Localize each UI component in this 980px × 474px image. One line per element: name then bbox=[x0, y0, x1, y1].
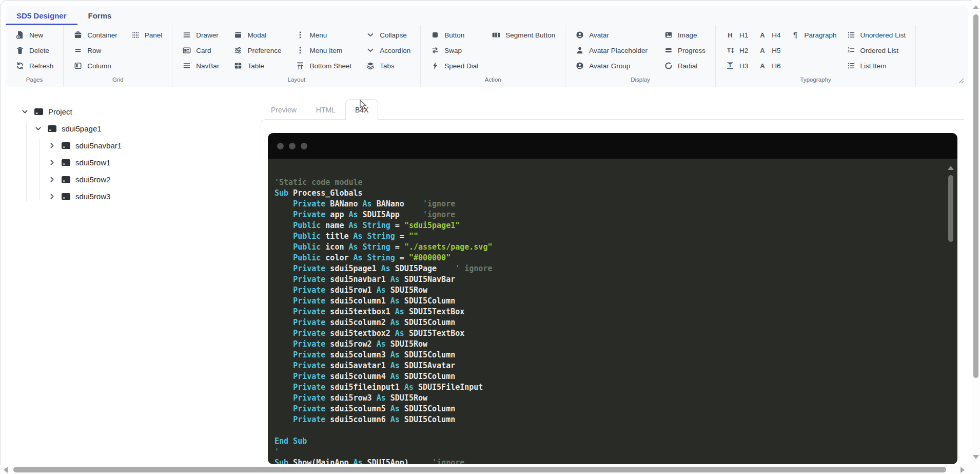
toolbar-button-container[interactable]: Container bbox=[72, 28, 119, 42]
toolbar-button-label: Avatar Placeholder bbox=[589, 47, 648, 54]
code-token: As bbox=[354, 232, 363, 241]
page-horizontal-scrollbar[interactable] bbox=[0, 465, 972, 474]
tree-item-project[interactable]: Project bbox=[16, 103, 237, 120]
toolbar-button-table[interactable]: Table bbox=[232, 59, 283, 72]
toolbar-button-paragraph[interactable]: ¶Paragraph bbox=[789, 28, 838, 42]
scroll-right-arrow-icon[interactable] bbox=[961, 467, 965, 473]
project-tree: Projectsdui5page1sdui5navbar1sdui5row1sd… bbox=[16, 103, 237, 205]
toolbar-button-navbar[interactable]: NavBar bbox=[181, 59, 221, 72]
code-token: SDUI5Row bbox=[386, 393, 427, 403]
toolbar-button-delete[interactable]: Delete bbox=[14, 44, 55, 57]
toolbar-button-label: Panel bbox=[145, 31, 163, 39]
editor-tab-preview[interactable]: Preview bbox=[261, 99, 306, 120]
svg-text:T: T bbox=[729, 62, 732, 68]
column-icon bbox=[73, 61, 83, 70]
code-token: = bbox=[395, 232, 409, 241]
toolbar-button-swap[interactable]: Swap bbox=[429, 44, 480, 57]
tree-item-sdui5page1[interactable]: sdui5page1 bbox=[16, 120, 237, 137]
toolbar-button-label: Menu Item bbox=[309, 47, 342, 54]
code-token: As bbox=[354, 253, 363, 262]
toolbar-button-h1[interactable]: HH1 bbox=[724, 28, 750, 42]
toolbar-button-drawer[interactable]: Drawer bbox=[181, 28, 221, 42]
toolbar-button-panel[interactable]: Panel bbox=[129, 28, 164, 42]
toolbar-button-image[interactable]: Image bbox=[662, 28, 707, 42]
toolbar-button-collapse[interactable]: Collapse bbox=[364, 28, 412, 42]
page-vscrollbar-thumb[interactable] bbox=[973, 14, 978, 378]
editor-scroll-up-icon[interactable] bbox=[948, 166, 954, 170]
toolbar-button-ordered-list[interactable]: 12Ordered List bbox=[845, 44, 908, 57]
tree-item-sdui5row2[interactable]: sdui5row2 bbox=[16, 171, 237, 188]
tree-item-sdui5row1[interactable]: sdui5row1 bbox=[16, 154, 237, 171]
tree-item-sdui5row3[interactable]: sdui5row3 bbox=[16, 188, 237, 205]
window-icon bbox=[47, 125, 57, 132]
toolbar-button-list-item[interactable]: List Item bbox=[845, 59, 908, 72]
scroll-left-arrow-icon[interactable] bbox=[4, 467, 8, 473]
resize-grip-icon[interactable] bbox=[958, 78, 964, 84]
code-token: Private bbox=[293, 393, 325, 403]
code-line: Private sdui5column2 As SDUI5Column bbox=[275, 317, 940, 328]
ribbon-group-label: Display bbox=[574, 73, 707, 87]
toolbar-button-radial[interactable]: Radial bbox=[662, 59, 707, 72]
toolbar-button-accordion[interactable]: Accordion bbox=[364, 44, 412, 57]
toolbar-button-menu-item[interactable]: Menu Item bbox=[294, 44, 353, 57]
code-token: "./assets/page.svg" bbox=[404, 242, 493, 252]
svg-text:2: 2 bbox=[848, 49, 850, 53]
code-token: As bbox=[377, 339, 386, 349]
toolbar-button-unordered-list[interactable]: Unordered List bbox=[845, 28, 908, 42]
code-token: 'ignore bbox=[404, 199, 455, 208]
toolbar-button-row[interactable]: Row bbox=[72, 44, 119, 57]
code-token: SDUI5Column bbox=[400, 404, 455, 413]
chevron-down-icon[interactable] bbox=[34, 125, 43, 133]
scroll-down-arrow-icon[interactable] bbox=[973, 455, 979, 459]
toolbar-button-h6[interactable]: AH6 bbox=[756, 59, 782, 72]
toolbar-button-avatar-placeholder[interactable]: Avatar Placeholder bbox=[574, 44, 649, 57]
code-token: As bbox=[349, 221, 358, 230]
code-line: Public name As String = "sdui5page1" bbox=[275, 220, 940, 231]
toolbar-button-h5[interactable]: AH5 bbox=[756, 44, 782, 57]
menu-icon bbox=[296, 30, 305, 40]
container-icon bbox=[73, 30, 83, 40]
svg-text:A: A bbox=[760, 47, 766, 54]
tree-item-sdui5navbar1[interactable]: sdui5navbar1 bbox=[16, 137, 237, 154]
chevron-down-icon[interactable] bbox=[21, 108, 29, 116]
toolbar-button-avatar-group[interactable]: Avatar Group bbox=[574, 59, 649, 72]
editor-scrollbar-thumb[interactable] bbox=[948, 175, 953, 242]
code-token: As bbox=[390, 296, 400, 306]
accordion-icon bbox=[366, 46, 375, 55]
code-token: sdui5column5 bbox=[325, 404, 390, 413]
chevron-right-icon[interactable] bbox=[48, 142, 56, 150]
toolbar-button-segment-button[interactable]: Segment Button bbox=[490, 28, 557, 42]
toolbar-button-h4[interactable]: AH4 bbox=[756, 28, 782, 42]
chevron-right-icon[interactable] bbox=[48, 193, 56, 201]
toolbar-button-tabs[interactable]: Tabs bbox=[364, 59, 412, 72]
ribbon-group-label: Typography bbox=[724, 73, 907, 87]
toolbar-button-h2[interactable]: TH2 bbox=[724, 44, 750, 57]
page-vertical-scrollbar[interactable] bbox=[972, 0, 980, 474]
toolbar-button-refresh[interactable]: Refresh bbox=[14, 59, 55, 72]
code-editor[interactable]: 'Static code moduleSub Process_Globals P… bbox=[268, 159, 957, 464]
toolbar-button-progress[interactable]: Progress bbox=[662, 44, 707, 57]
editor-tab-html[interactable]: HTML bbox=[306, 99, 345, 120]
toolbar-button-bottom-sheet[interactable]: Bottom Sheet bbox=[294, 59, 353, 72]
chevron-right-icon[interactable] bbox=[48, 159, 56, 167]
toolbar-button-modal[interactable]: Modal bbox=[232, 28, 283, 42]
scroll-up-arrow-icon[interactable] bbox=[973, 5, 979, 9]
code-line: Private app As SDUI5App 'ignore bbox=[275, 210, 940, 220]
code-token bbox=[275, 275, 293, 284]
toolbar-button-button[interactable]: Button bbox=[429, 28, 480, 42]
toolbar-button-h3[interactable]: TH3 bbox=[724, 59, 750, 72]
toolbar-button-avatar[interactable]: Avatar bbox=[574, 28, 649, 42]
swap-icon bbox=[430, 46, 440, 55]
toolbar-button-column[interactable]: Column bbox=[72, 59, 119, 72]
toolbar-button-speed-dial[interactable]: Speed Dial bbox=[429, 59, 480, 72]
app-tab-sd5-designer[interactable]: SD5 Designer bbox=[6, 6, 77, 25]
app-tab-forms[interactable]: Forms bbox=[77, 6, 123, 25]
toolbar-button-menu[interactable]: Menu bbox=[294, 28, 353, 42]
toolbar-button-new[interactable]: New bbox=[14, 28, 55, 42]
chevron-right-icon[interactable] bbox=[48, 176, 56, 184]
toolbar-button-preference[interactable]: Preference bbox=[232, 44, 283, 57]
page-hscrollbar-thumb[interactable] bbox=[13, 467, 946, 472]
toolbar-button-card[interactable]: Card bbox=[181, 44, 221, 57]
code-token bbox=[275, 415, 293, 424]
ribbon-group-typography: HH1TH2TH3AH4AH5AH6¶ParagraphUnordered Li… bbox=[716, 25, 916, 87]
